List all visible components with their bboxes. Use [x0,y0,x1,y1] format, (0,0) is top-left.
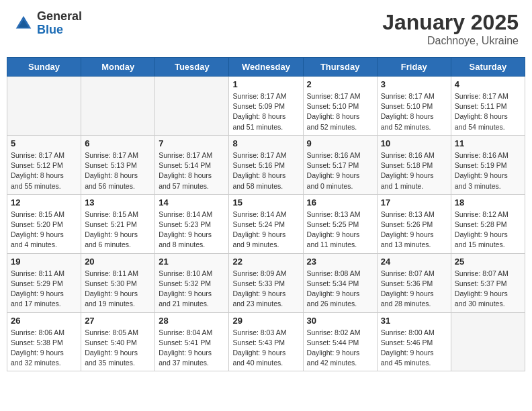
day-number: 4 [455,79,521,89]
day-cell-25: 25Sunrise: 8:07 AMSunset: 5:37 PMDayligh… [451,253,525,312]
day-cell-7: 7Sunrise: 8:17 AMSunset: 5:14 PMDaylight… [155,135,229,194]
day-cell-29: 29Sunrise: 8:03 AMSunset: 5:43 PMDayligh… [229,312,303,371]
day-number: 30 [307,316,373,326]
day-cell-4: 4Sunrise: 8:17 AMSunset: 5:11 PMDaylight… [451,77,525,136]
day-number: 8 [232,138,299,148]
day-cell-8: 8Sunrise: 8:17 AMSunset: 5:16 PMDaylight… [229,135,303,194]
day-cell-2: 2Sunrise: 8:17 AMSunset: 5:10 PMDaylight… [303,77,377,136]
day-info: Sunrise: 8:02 AMSunset: 5:44 PMDaylight:… [307,328,373,369]
week-row-4: 19Sunrise: 8:11 AMSunset: 5:29 PMDayligh… [7,253,525,312]
day-cell-28: 28Sunrise: 8:04 AMSunset: 5:41 PMDayligh… [155,312,229,371]
page-header: General Blue January 2025 Dachnoye, Ukra… [7,7,525,50]
day-number: 2 [307,79,373,89]
day-number: 6 [85,138,151,148]
day-number: 11 [455,138,521,148]
day-info: Sunrise: 8:07 AMSunset: 5:36 PMDaylight:… [381,269,447,310]
day-info: Sunrise: 8:11 AMSunset: 5:30 PMDaylight:… [85,269,151,310]
day-info: Sunrise: 8:11 AMSunset: 5:29 PMDaylight:… [11,269,77,310]
weekday-header-thursday: Thursday [303,58,377,77]
week-row-1: 1Sunrise: 8:17 AMSunset: 5:09 PMDaylight… [7,77,525,136]
day-info: Sunrise: 8:10 AMSunset: 5:32 PMDaylight:… [159,269,225,310]
day-info: Sunrise: 8:13 AMSunset: 5:25 PMDaylight:… [307,210,373,250]
day-cell-19: 19Sunrise: 8:11 AMSunset: 5:29 PMDayligh… [7,253,81,312]
week-row-3: 12Sunrise: 8:15 AMSunset: 5:20 PMDayligh… [7,194,525,253]
day-cell-10: 10Sunrise: 8:16 AMSunset: 5:18 PMDayligh… [377,135,451,194]
day-number: 18 [455,197,521,208]
day-info: Sunrise: 8:06 AMSunset: 5:38 PMDaylight:… [11,328,77,369]
logo-blue-text: Blue [37,24,82,37]
day-cell-20: 20Sunrise: 8:11 AMSunset: 5:30 PMDayligh… [81,253,155,312]
day-cell-16: 16Sunrise: 8:13 AMSunset: 5:25 PMDayligh… [303,194,377,253]
week-row-2: 5Sunrise: 8:17 AMSunset: 5:12 PMDaylight… [7,135,525,194]
day-cell-13: 13Sunrise: 8:15 AMSunset: 5:21 PMDayligh… [81,194,155,253]
title-area: January 2025 Dachnoye, Ukraine [382,10,519,47]
day-info: Sunrise: 8:08 AMSunset: 5:34 PMDaylight:… [307,269,373,310]
day-number: 9 [307,138,373,148]
weekday-header-saturday: Saturday [451,58,525,77]
day-cell-11: 11Sunrise: 8:16 AMSunset: 5:19 PMDayligh… [451,135,525,194]
day-info: Sunrise: 8:15 AMSunset: 5:20 PMDaylight:… [11,210,77,250]
weekday-header-monday: Monday [81,58,155,77]
day-cell-17: 17Sunrise: 8:13 AMSunset: 5:26 PMDayligh… [377,194,451,253]
day-info: Sunrise: 8:16 AMSunset: 5:17 PMDaylight:… [307,150,373,191]
day-number: 29 [232,316,299,326]
day-number: 28 [159,316,225,326]
day-cell-30: 30Sunrise: 8:02 AMSunset: 5:44 PMDayligh… [303,312,377,371]
weekday-header-wednesday: Wednesday [229,58,303,77]
day-info: Sunrise: 8:17 AMSunset: 5:14 PMDaylight:… [159,150,225,191]
day-cell-3: 3Sunrise: 8:17 AMSunset: 5:10 PMDaylight… [377,77,451,136]
day-number: 1 [232,79,299,89]
calendar-title: January 2025 [382,10,519,35]
day-cell-21: 21Sunrise: 8:10 AMSunset: 5:32 PMDayligh… [155,253,229,312]
day-number: 16 [307,197,373,208]
day-info: Sunrise: 8:09 AMSunset: 5:33 PMDaylight:… [232,269,299,310]
logo-general-text: General [37,10,82,24]
day-info: Sunrise: 8:03 AMSunset: 5:43 PMDaylight:… [232,328,299,369]
day-cell-31: 31Sunrise: 8:00 AMSunset: 5:46 PMDayligh… [377,312,451,371]
day-number: 27 [85,316,151,326]
day-number: 17 [381,197,447,208]
day-info: Sunrise: 8:14 AMSunset: 5:24 PMDaylight:… [232,210,299,250]
day-cell-9: 9Sunrise: 8:16 AMSunset: 5:17 PMDaylight… [303,135,377,194]
day-cell-23: 23Sunrise: 8:08 AMSunset: 5:34 PMDayligh… [303,253,377,312]
day-cell-26: 26Sunrise: 8:06 AMSunset: 5:38 PMDayligh… [7,312,81,371]
day-info: Sunrise: 8:00 AMSunset: 5:46 PMDaylight:… [381,328,447,369]
day-info: Sunrise: 8:13 AMSunset: 5:26 PMDaylight:… [381,210,447,250]
day-info: Sunrise: 8:17 AMSunset: 5:16 PMDaylight:… [232,150,299,191]
day-number: 31 [381,316,447,326]
day-info: Sunrise: 8:16 AMSunset: 5:19 PMDaylight:… [455,150,521,191]
day-number: 13 [85,197,151,208]
weekday-header-row: SundayMondayTuesdayWednesdayThursdayFrid… [7,58,525,77]
day-info: Sunrise: 8:17 AMSunset: 5:10 PMDaylight:… [307,91,373,132]
day-info: Sunrise: 8:12 AMSunset: 5:28 PMDaylight:… [455,210,521,250]
day-number: 23 [307,257,373,267]
day-cell-6: 6Sunrise: 8:17 AMSunset: 5:13 PMDaylight… [81,135,155,194]
day-info: Sunrise: 8:17 AMSunset: 5:09 PMDaylight:… [232,91,299,132]
day-cell-empty-0-2 [155,77,229,136]
day-info: Sunrise: 8:16 AMSunset: 5:18 PMDaylight:… [381,150,447,191]
day-cell-empty-0-0 [7,77,81,136]
day-info: Sunrise: 8:15 AMSunset: 5:21 PMDaylight:… [85,210,151,250]
day-info: Sunrise: 8:17 AMSunset: 5:12 PMDaylight:… [11,150,77,191]
day-number: 5 [11,138,77,148]
day-info: Sunrise: 8:17 AMSunset: 5:11 PMDaylight:… [455,91,521,132]
day-cell-12: 12Sunrise: 8:15 AMSunset: 5:20 PMDayligh… [7,194,81,253]
week-row-5: 26Sunrise: 8:06 AMSunset: 5:38 PMDayligh… [7,312,525,371]
day-number: 26 [11,316,77,326]
day-number: 19 [11,257,77,267]
calendar-table: SundayMondayTuesdayWednesdayThursdayFrid… [7,57,525,371]
logo-icon [13,13,34,34]
day-number: 21 [159,257,225,267]
day-info: Sunrise: 8:17 AMSunset: 5:13 PMDaylight:… [85,150,151,191]
day-number: 24 [381,257,447,267]
day-cell-18: 18Sunrise: 8:12 AMSunset: 5:28 PMDayligh… [451,194,525,253]
day-number: 10 [381,138,447,148]
day-number: 15 [232,197,299,208]
day-cell-24: 24Sunrise: 8:07 AMSunset: 5:36 PMDayligh… [377,253,451,312]
day-number: 14 [159,197,225,208]
day-cell-14: 14Sunrise: 8:14 AMSunset: 5:23 PMDayligh… [155,194,229,253]
day-number: 7 [159,138,225,148]
day-number: 20 [85,257,151,267]
day-number: 12 [11,197,77,208]
day-number: 3 [381,79,447,89]
